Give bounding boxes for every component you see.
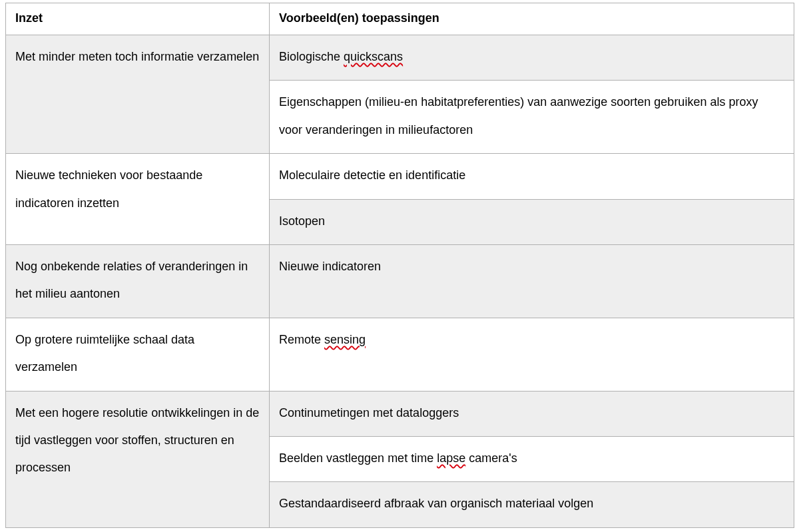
voorbeeld-cell: Isotopen <box>270 199 794 244</box>
voorbeeld-cell: Eigenschappen (milieu-en habitatpreferen… <box>270 81 794 154</box>
voorbeeld-cell: Remote sensing <box>270 318 794 391</box>
inzet-cell: Met een hogere resolutie ontwikkelingen … <box>6 391 270 527</box>
header-inzet: Inzet <box>6 3 270 35</box>
inzet-cell: Met minder meten toch informatie verzame… <box>6 35 270 154</box>
voorbeeld-text: Biologische <box>279 50 344 63</box>
table-row: Nog onbekende relaties of veranderingen … <box>6 244 794 318</box>
voorbeeld-cell: Beelden vastleggen met time lapse camera… <box>270 436 794 481</box>
inzet-cell: Nog onbekende relaties of veranderingen … <box>6 244 270 318</box>
voorbeeld-text: camera's <box>465 451 517 465</box>
voorbeeld-cell: Moleculaire detectie en identificatie <box>270 154 794 199</box>
spellcheck-word: lapse <box>437 451 465 465</box>
voorbeeld-text: Remote <box>279 333 324 346</box>
spellcheck-word: quickscans <box>344 50 403 63</box>
table-row: Met minder meten toch informatie verzame… <box>6 35 794 81</box>
voorbeeld-text: Eigenschappen (milieu-en habitatpreferen… <box>279 95 758 136</box>
voorbeeld-text: Moleculaire detectie en identificatie <box>279 168 465 182</box>
table-row: Met een hogere resolutie ontwikkelingen … <box>6 391 794 436</box>
data-table: Inzet Voorbeeld(en) toepassingen Met min… <box>5 3 794 528</box>
spellcheck-word: sensing <box>324 333 366 346</box>
voorbeeld-cell: Nieuwe indicatoren <box>270 244 794 318</box>
voorbeeld-text: Beelden vastleggen met time <box>279 451 437 465</box>
voorbeeld-text: Continumetingen met dataloggers <box>279 406 459 419</box>
inzet-cell: Op grotere ruimtelijke schaal data verza… <box>6 318 270 391</box>
voorbeeld-text: Nieuwe indicatoren <box>279 260 381 273</box>
table-row: Op grotere ruimtelijke schaal data verza… <box>6 318 794 391</box>
table-row: Nieuwe technieken voor bestaande indicat… <box>6 154 794 199</box>
voorbeeld-cell: Biologische quickscans <box>270 35 794 81</box>
header-voorbeelden: Voorbeeld(en) toepassingen <box>270 3 794 35</box>
voorbeeld-cell: Gestandaardiseerd afbraak van organisch … <box>270 482 794 527</box>
voorbeeld-text: Isotopen <box>279 214 325 228</box>
table-header-row: Inzet Voorbeeld(en) toepassingen <box>6 3 794 35</box>
voorbeeld-cell: Continumetingen met dataloggers <box>270 391 794 436</box>
voorbeeld-text: Gestandaardiseerd afbraak van organisch … <box>279 497 593 510</box>
inzet-cell: Nieuwe technieken voor bestaande indicat… <box>6 154 270 245</box>
